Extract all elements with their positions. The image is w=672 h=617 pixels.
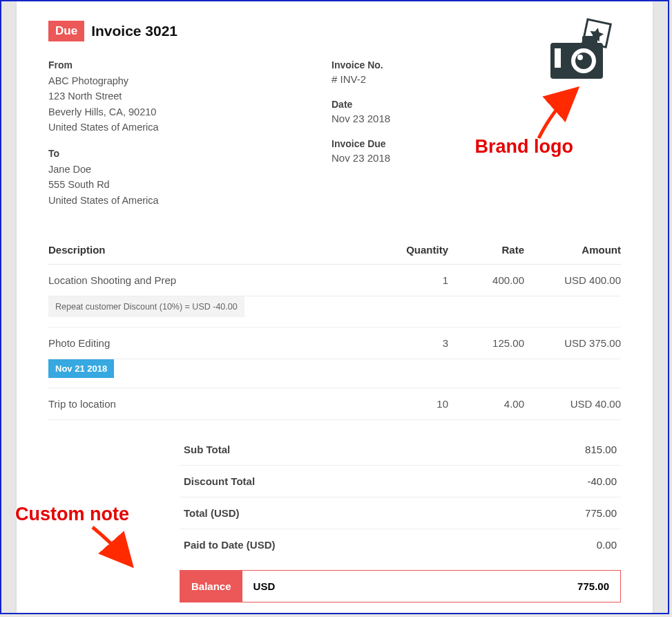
total-value: 775.00 bbox=[585, 507, 617, 519]
date-value: Nov 23 2018 bbox=[332, 113, 449, 124]
date-tag[interactable]: Nov 21 2018 bbox=[48, 359, 114, 378]
paid-label: Paid to Date (USD) bbox=[184, 539, 276, 551]
table-row: Trip to location104.00USD 40.00 bbox=[48, 388, 621, 420]
status-badge: Due bbox=[48, 21, 84, 41]
due-date-label: Invoice Due bbox=[332, 138, 449, 149]
table-row-tag: Nov 21 2018 bbox=[48, 359, 621, 388]
subtotal-label: Sub Total bbox=[184, 444, 230, 455]
to-label: To bbox=[48, 148, 304, 159]
invoice-sheet: Due Invoice 3021 From ABC Photography 12… bbox=[17, 1, 653, 613]
col-rate: Rate bbox=[448, 237, 524, 265]
discount-total-label: Discount Total bbox=[184, 475, 255, 487]
table-row: Location Shooting and Prep1400.00USD 400… bbox=[48, 265, 621, 296]
col-amount: Amount bbox=[524, 237, 621, 265]
to-address: Jane Doe 555 South Rd United States of A… bbox=[48, 162, 304, 208]
paid-value: 0.00 bbox=[597, 539, 617, 551]
svg-point-4 bbox=[575, 53, 592, 69]
col-description: Description bbox=[48, 237, 379, 265]
invoice-no-value: # INV-2 bbox=[332, 73, 449, 85]
balance-currency: USD bbox=[253, 580, 276, 592]
from-label: From bbox=[48, 59, 304, 70]
subtotal-value: 815.00 bbox=[585, 444, 617, 455]
total-label: Total (USD) bbox=[184, 507, 240, 519]
invoice-title: Invoice 3021 bbox=[91, 23, 177, 39]
balance-label: Balance bbox=[180, 571, 242, 602]
table-row: Photo Editing3125.00USD 375.00 bbox=[48, 328, 621, 359]
svg-point-5 bbox=[577, 55, 583, 60]
line-items-table: Description Quantity Rate Amount Locatio… bbox=[48, 237, 621, 420]
svg-rect-6 bbox=[555, 48, 561, 68]
table-row-discount: Repeat customer Discount (10%) = USD -40… bbox=[48, 296, 621, 328]
discount-total-value: -40.00 bbox=[587, 475, 617, 487]
invoice-no-label: Invoice No. bbox=[332, 59, 449, 70]
due-date-value: Nov 23 2018 bbox=[332, 152, 449, 164]
balance-value: 775.00 bbox=[577, 580, 609, 592]
arrow-icon bbox=[87, 522, 142, 570]
discount-note: Repeat customer Discount (10%) = USD -40… bbox=[48, 296, 244, 317]
summary-block: Sub Total815.00 Discount Total-40.00 Tot… bbox=[180, 434, 621, 602]
from-address: ABC Photography 123 North Street Beverly… bbox=[48, 73, 304, 135]
balance-row: Balance USD775.00 bbox=[180, 570, 621, 602]
date-label: Date bbox=[332, 99, 449, 110]
brand-logo bbox=[545, 15, 621, 84]
annotation-custom-note: Custom note bbox=[15, 504, 129, 525]
col-quantity: Quantity bbox=[379, 237, 448, 265]
svg-rect-2 bbox=[582, 36, 597, 44]
